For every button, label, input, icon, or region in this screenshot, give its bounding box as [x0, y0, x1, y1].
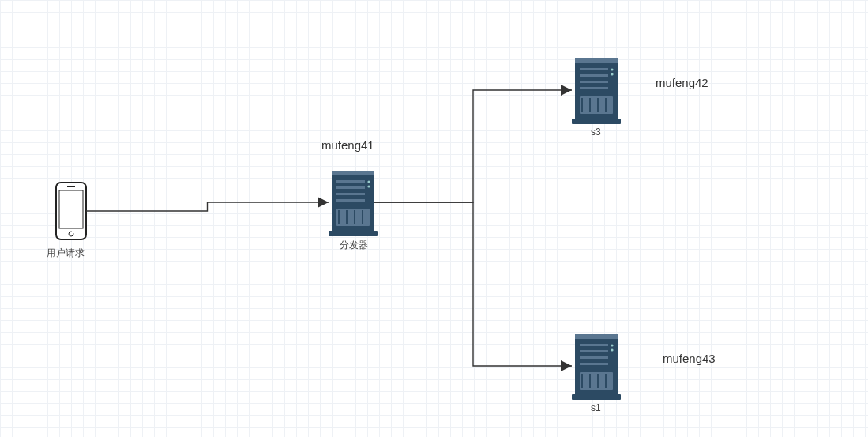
svg-rect-7 [336, 180, 365, 183]
svg-rect-36 [580, 350, 608, 352]
phone-icon [56, 183, 86, 239]
edge-client-dispatcher [86, 202, 329, 211]
svg-rect-22 [580, 74, 608, 77]
svg-rect-34 [572, 394, 621, 400]
svg-rect-2 [67, 186, 75, 187]
svg-rect-5 [332, 171, 374, 175]
svg-rect-1 [59, 190, 83, 228]
svg-rect-38 [580, 363, 608, 365]
s1-title: mufeng43 [663, 352, 716, 365]
svg-rect-35 [580, 344, 608, 346]
edge-dispatcher-s1 [374, 202, 572, 366]
svg-point-25 [611, 68, 613, 70]
svg-rect-19 [575, 58, 618, 63]
edge-dispatcher-s3 [374, 90, 572, 202]
svg-rect-9 [336, 193, 365, 195]
s3-label: s3 [591, 126, 601, 138]
svg-rect-24 [580, 87, 608, 89]
svg-rect-20 [572, 119, 621, 124]
svg-point-26 [611, 73, 613, 75]
svg-rect-8 [336, 186, 365, 189]
client-label: 用户请求 [47, 247, 85, 260]
svg-point-11 [367, 180, 370, 183]
server-icon [572, 58, 621, 124]
server-icon [572, 334, 621, 400]
dispatcher-label: 分发器 [340, 239, 368, 252]
svg-point-39 [611, 344, 613, 346]
s3-title: mufeng42 [656, 76, 708, 89]
s1-label: s1 [591, 402, 601, 413]
svg-rect-13 [336, 209, 370, 226]
dispatcher-title: mufeng41 [321, 138, 374, 152]
svg-rect-21 [580, 68, 608, 70]
svg-rect-10 [336, 199, 365, 202]
flow-svg [0, 0, 868, 437]
diagram-canvas: 用户请求 mufeng41 分发器 mufeng42 s3 mufeng43 s… [0, 0, 868, 437]
svg-point-12 [367, 185, 370, 187]
svg-rect-37 [580, 356, 608, 359]
svg-rect-23 [580, 81, 608, 83]
svg-rect-41 [580, 372, 613, 390]
svg-rect-33 [575, 334, 618, 339]
server-icon [329, 171, 378, 236]
svg-point-40 [611, 348, 613, 351]
svg-rect-27 [580, 96, 613, 114]
svg-rect-6 [329, 231, 378, 236]
